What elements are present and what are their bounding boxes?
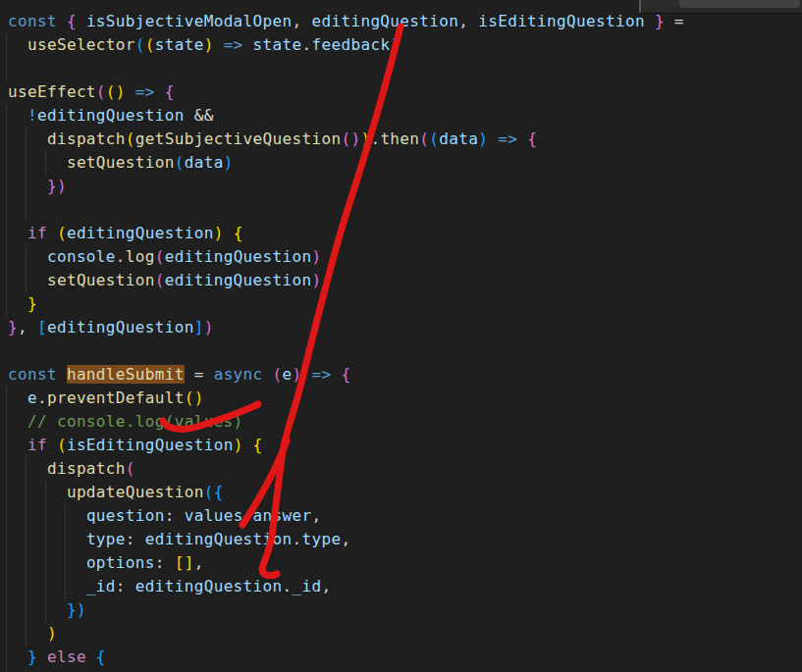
code-token: editingQuestion bbox=[47, 318, 194, 336]
code-token: editingQuestion bbox=[37, 106, 185, 125]
code-token: , bbox=[18, 318, 37, 336]
code-token bbox=[243, 436, 253, 454]
code-token: e bbox=[283, 365, 293, 384]
code-token: ( bbox=[419, 129, 429, 148]
code-token: . bbox=[293, 530, 302, 548]
code-token: dispatch bbox=[47, 459, 126, 478]
code-token: } bbox=[27, 294, 37, 313]
code-token: . bbox=[116, 247, 126, 266]
code-token: _id bbox=[86, 577, 116, 595]
code-token: } bbox=[645, 12, 665, 30]
code-token: ( bbox=[135, 35, 145, 54]
indent-guide bbox=[6, 292, 7, 316]
code-token: log bbox=[126, 247, 155, 266]
code-line: } bbox=[0, 292, 802, 316]
code-token: values bbox=[185, 506, 243, 525]
indent-guide bbox=[6, 434, 7, 457]
code-token: { bbox=[341, 365, 350, 384]
code-token: ( bbox=[145, 35, 155, 54]
code-line: _id: editingQuestion._id, bbox=[0, 575, 802, 598]
indent-guide bbox=[6, 151, 7, 175]
code-token: ) bbox=[312, 247, 322, 266]
code-token: ( bbox=[126, 129, 135, 148]
indent-guide bbox=[6, 104, 7, 128]
code-line: } else { bbox=[0, 646, 802, 669]
code-token bbox=[8, 129, 47, 148]
code-line: !editingQuestion && bbox=[0, 104, 802, 128]
code-token: ) bbox=[204, 35, 214, 54]
code-token bbox=[8, 271, 47, 289]
code-token: editingQuestion bbox=[311, 12, 458, 30]
code-token: const bbox=[8, 12, 67, 30]
code-token: [ bbox=[37, 318, 47, 336]
code-line: console.log(editingQuestion) bbox=[0, 245, 802, 269]
code-line: updateQuestion({ bbox=[0, 481, 802, 504]
indent-guide bbox=[26, 528, 27, 551]
code-token: => bbox=[214, 35, 253, 54]
code-token: { bbox=[165, 82, 175, 101]
code-token: answer bbox=[253, 506, 312, 525]
code-line bbox=[0, 198, 802, 222]
code-token: ) bbox=[234, 436, 243, 454]
code-token: } bbox=[8, 318, 18, 336]
indent-guide bbox=[6, 269, 7, 292]
code-line: if (isEditingQuestion) { bbox=[0, 434, 802, 457]
code-token: editingQuestion bbox=[67, 224, 214, 242]
code-token: }) bbox=[47, 177, 67, 195]
indent-guide bbox=[6, 245, 7, 269]
code-token: : bbox=[116, 577, 135, 595]
indent-guide bbox=[6, 457, 7, 481]
code-token: , bbox=[293, 12, 312, 30]
code-token: const bbox=[8, 365, 67, 384]
code-token: dispatch bbox=[47, 129, 126, 148]
code-token: ) bbox=[360, 129, 370, 148]
code-token: { bbox=[67, 12, 86, 30]
code-token: then bbox=[380, 129, 419, 148]
code-token: useSelector bbox=[27, 35, 135, 54]
indent-guide bbox=[45, 551, 46, 575]
indent-guide bbox=[26, 151, 27, 175]
code-token: ) bbox=[478, 129, 488, 148]
code-token: [] bbox=[175, 553, 194, 572]
indent-guide bbox=[45, 504, 46, 528]
code-token: : bbox=[165, 506, 185, 525]
code-token: : bbox=[126, 530, 145, 548]
code-token bbox=[8, 553, 86, 572]
code-line: }) bbox=[0, 175, 802, 198]
code-token: editingQuestion bbox=[145, 530, 293, 548]
code-token bbox=[8, 483, 67, 501]
code-line: useSelector((state) => state.feedback) bbox=[0, 33, 802, 57]
code-area[interactable]: const { isSubjectiveModalOpen, editingQu… bbox=[0, 0, 802, 672]
indent-guide bbox=[6, 551, 7, 575]
code-token: { bbox=[527, 129, 537, 148]
code-token: ) bbox=[214, 224, 224, 242]
code-token: . bbox=[370, 129, 380, 148]
code-line bbox=[0, 339, 802, 363]
popup-scrollbar[interactable] bbox=[679, 0, 800, 8]
code-token: , bbox=[312, 506, 322, 525]
indent-guide bbox=[26, 245, 27, 269]
code-line: ) bbox=[0, 622, 802, 646]
indent-guide bbox=[26, 128, 27, 151]
code-line: dispatch(getSubjectiveQuestion()).then((… bbox=[0, 128, 802, 151]
indent-guide bbox=[45, 575, 46, 598]
code-line: useEffect(() => { bbox=[0, 80, 802, 104]
code-token: if bbox=[27, 224, 57, 242]
code-token bbox=[8, 647, 27, 666]
code-token: { bbox=[96, 647, 106, 666]
code-token bbox=[8, 224, 27, 242]
indent-guide bbox=[65, 504, 66, 528]
code-line: setQuestion(editingQuestion) bbox=[0, 269, 802, 292]
indent-guide bbox=[45, 528, 46, 551]
code-token: ( bbox=[155, 247, 165, 266]
code-token: _id bbox=[293, 577, 322, 595]
code-token: . bbox=[37, 388, 47, 407]
code-token: getSubjectiveQuestion bbox=[135, 129, 342, 148]
popup-widget[interactable] bbox=[639, 0, 802, 13]
indent-guide bbox=[26, 598, 27, 622]
code-line: dispatch( bbox=[0, 457, 802, 481]
code-token: => bbox=[126, 82, 165, 101]
indent-guide bbox=[65, 575, 66, 598]
code-token: ) bbox=[224, 153, 234, 172]
code-token bbox=[8, 600, 67, 619]
